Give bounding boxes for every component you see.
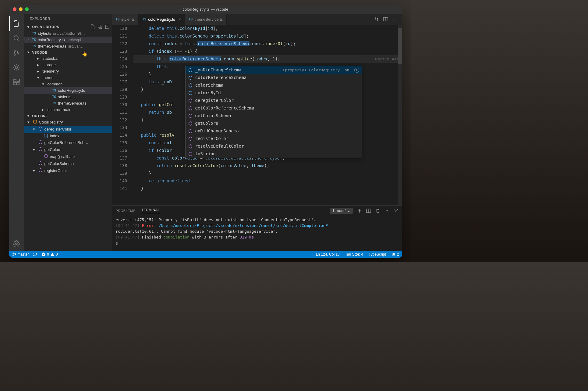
intellisense-item[interactable]: resolveDefaultColor bbox=[186, 142, 362, 150]
more-panel-icon[interactable]: ··· bbox=[166, 209, 170, 213]
split-editor-icon[interactable] bbox=[383, 17, 388, 22]
editor-tab[interactable]: TScolorRegistry.ts× bbox=[139, 14, 185, 25]
intellisense-item[interactable]: deregisterColor bbox=[186, 97, 362, 104]
method-icon bbox=[38, 168, 43, 173]
intellisense-item[interactable]: onDidChangeSchema bbox=[186, 127, 362, 135]
close-icon[interactable]: × bbox=[27, 38, 30, 42]
new-file-icon[interactable] bbox=[90, 24, 95, 29]
tree-item[interactable]: ▸telemetry bbox=[24, 68, 112, 74]
chevron-icon: ▾ bbox=[26, 120, 31, 124]
ts-file-icon: TS bbox=[32, 32, 36, 35]
search-icon[interactable] bbox=[9, 31, 24, 45]
split-terminal-icon[interactable] bbox=[366, 208, 371, 213]
outline-item[interactable]: ▾registerColor bbox=[24, 167, 112, 174]
intellisense-item[interactable]: toString bbox=[186, 150, 362, 158]
tree-item[interactable]: ▸electron-main bbox=[24, 106, 112, 113]
window-maximize-button[interactable] bbox=[25, 7, 29, 11]
titlebar[interactable]: colorRegistry.ts — vscode bbox=[9, 5, 402, 14]
settings-gear-icon[interactable] bbox=[9, 236, 24, 251]
window-title: colorRegistry.ts — vscode bbox=[182, 7, 228, 12]
notifications[interactable]: 2 bbox=[391, 252, 399, 256]
new-terminal-icon[interactable] bbox=[357, 208, 362, 213]
close-tab-icon[interactable]: × bbox=[179, 17, 181, 22]
open-editor-item[interactable]: TSstyler.tssrc/vs/platform/t… bbox=[24, 30, 112, 37]
method-icon bbox=[38, 127, 43, 132]
intellisense-item[interactable]: getColors bbox=[186, 120, 362, 127]
minimap[interactable] bbox=[398, 25, 402, 205]
outline-header[interactable]: ▾ OUTLINE bbox=[24, 113, 112, 119]
collapse-icon[interactable] bbox=[105, 24, 110, 29]
tab-size[interactable]: Tab Size: 4 bbox=[345, 252, 363, 256]
maximize-panel-icon[interactable] bbox=[384, 208, 389, 213]
line-gutter: 1201211221231241251261271281291301311321… bbox=[112, 25, 133, 205]
intellisense-item[interactable]: colorReferenceSchema bbox=[186, 74, 362, 81]
method-icon bbox=[188, 144, 193, 149]
bottom-panel: PROBLEMS TERMINAL ··· 1: node ⌃⌄ bbox=[112, 205, 402, 251]
cursor-position[interactable]: Ln 124, Col 18 bbox=[316, 252, 340, 256]
editor-tab[interactable]: TSstyler.ts bbox=[112, 14, 139, 25]
code-editor[interactable]: 1201211221231241251261271281291301311321… bbox=[112, 25, 402, 205]
intellisense-item[interactable]: colorSchema bbox=[186, 81, 362, 89]
tree-item[interactable]: TScolorRegistry.ts bbox=[24, 87, 112, 94]
svg-point-4 bbox=[17, 52, 19, 54]
intellisense-item[interactable]: colorsById bbox=[186, 89, 362, 97]
tree-item[interactable]: ▾theme bbox=[24, 74, 112, 81]
terminal-output[interactable]: erver.ts(475,15): Property 'isBuilt' doe… bbox=[112, 216, 402, 251]
open-editor-item[interactable]: TSthemeService.tssrc/vs/… bbox=[24, 43, 112, 49]
debug-icon[interactable] bbox=[9, 60, 24, 75]
more-actions-icon[interactable]: ··· bbox=[392, 16, 398, 22]
tree-item[interactable]: ▸storage bbox=[24, 62, 112, 68]
vscode-window: colorRegistry.ts — vscode bbox=[9, 5, 402, 258]
sync-icon[interactable] bbox=[33, 252, 37, 256]
outline-item[interactable]: getColorSchema bbox=[24, 160, 112, 167]
window-minimize-button[interactable] bbox=[19, 7, 23, 11]
activity-bar bbox=[9, 14, 24, 251]
method-icon bbox=[188, 136, 193, 141]
source-control-icon[interactable] bbox=[9, 45, 24, 60]
ts-file-icon: TS bbox=[52, 95, 56, 99]
explorer-icon[interactable] bbox=[9, 16, 24, 31]
ts-file-icon: TS bbox=[52, 102, 56, 105]
svg-rect-7 bbox=[14, 82, 16, 85]
method-icon bbox=[188, 121, 193, 126]
outline-item[interactable]: getColorReferenceSch… bbox=[24, 139, 112, 146]
editor-tab[interactable]: TSthemeService.ts bbox=[185, 14, 227, 25]
problems-status[interactable]: 0 0 bbox=[41, 252, 58, 256]
tree-item[interactable]: TSstyler.ts bbox=[24, 94, 112, 100]
info-icon[interactable]: i bbox=[354, 68, 359, 73]
intellisense-popup[interactable]: _onDidChangeSchema(property) ColorRegist… bbox=[185, 66, 362, 158]
editor-area: TSstyler.tsTScolorRegistry.ts×TSthemeSer… bbox=[112, 14, 402, 251]
intellisense-item[interactable]: getColorSchema bbox=[186, 112, 362, 120]
compare-changes-icon[interactable] bbox=[374, 17, 379, 22]
tree-item[interactable]: TSthemeService.ts bbox=[24, 100, 112, 106]
terminal-select[interactable]: 1: node ⌃⌄ bbox=[330, 208, 353, 214]
intellisense-item[interactable]: registerColor bbox=[186, 135, 362, 142]
extensions-icon[interactable] bbox=[9, 75, 24, 89]
ts-file-icon: TS bbox=[32, 38, 36, 41]
open-editors-header[interactable]: ▾ OPEN EDITORS bbox=[24, 23, 112, 30]
tree-item[interactable]: ▾common bbox=[24, 81, 112, 87]
tree-item[interactable]: ▸statusbar bbox=[24, 55, 112, 62]
language-mode[interactable]: TypeScript bbox=[369, 252, 386, 256]
outline-item[interactable]: ▾deregisterColor bbox=[24, 126, 112, 133]
tab-problems[interactable]: PROBLEMS bbox=[116, 209, 136, 213]
tab-terminal[interactable]: TERMINAL bbox=[142, 208, 160, 213]
intellisense-item[interactable]: _onDidChangeSchema(property) ColorRegist… bbox=[186, 66, 362, 74]
workspace-header[interactable]: ▾ VSCODE bbox=[24, 49, 112, 55]
svg-point-0 bbox=[14, 36, 18, 40]
outline-item[interactable]: ▾ColorRegistry bbox=[24, 119, 112, 126]
git-branch[interactable]: master bbox=[12, 252, 29, 256]
window-close-button[interactable] bbox=[13, 7, 16, 11]
intellisense-item[interactable]: getColorReferenceSchema bbox=[186, 104, 362, 112]
code-content[interactable]: delete this.colorsById[id]; delete this.… bbox=[133, 25, 402, 205]
outline-item[interactable]: [◇]index bbox=[24, 133, 112, 139]
kill-terminal-icon[interactable] bbox=[375, 208, 380, 213]
method-icon bbox=[188, 98, 193, 103]
close-panel-icon[interactable] bbox=[394, 208, 398, 213]
open-editor-item[interactable]: ×TScolorRegistry.tssrc/vs/pl… bbox=[24, 37, 112, 43]
outline-item[interactable]: map() callback bbox=[24, 153, 112, 160]
ts-file-icon: TS bbox=[116, 18, 120, 21]
save-all-icon[interactable] bbox=[97, 24, 102, 29]
git-blame-annotation: Martin Aes bbox=[375, 55, 399, 63]
outline-item[interactable]: ▾getColors bbox=[24, 146, 112, 153]
